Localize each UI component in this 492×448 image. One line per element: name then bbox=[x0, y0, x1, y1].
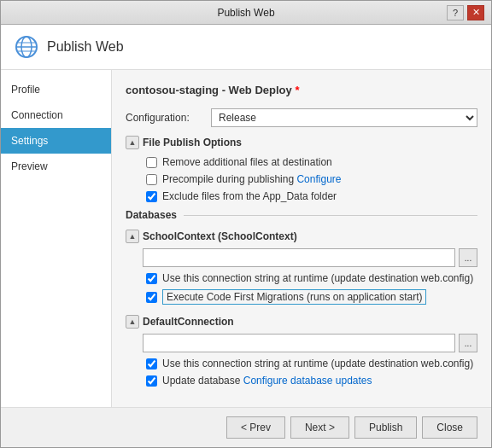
required-asterisk: * bbox=[295, 84, 299, 96]
exclude-app-data-label: Exclude files from the App_Data folder bbox=[162, 190, 337, 202]
update-database-row: Update database Configure database updat… bbox=[143, 375, 477, 387]
remove-additional-row: Remove additional files at destination bbox=[143, 156, 477, 168]
title-bar: Publish Web ? ✕ bbox=[1, 1, 491, 25]
prev-button[interactable]: < Prev bbox=[226, 416, 285, 439]
title-bar-controls: ? ✕ bbox=[447, 5, 484, 20]
config-select[interactable]: Release bbox=[211, 108, 477, 127]
code-first-migrations-row: Execute Code First Migrations (runs on a… bbox=[143, 289, 477, 305]
configuration-row: Configuration: Release bbox=[126, 108, 477, 127]
title-bar-text: Publish Web bbox=[45, 7, 447, 19]
dialog-body: Profile Connection Settings Preview cont… bbox=[1, 70, 491, 407]
default-connection-expand-btn[interactable]: ▲ bbox=[126, 315, 139, 329]
publish-button[interactable]: Publish bbox=[354, 416, 417, 439]
school-context-expand-btn[interactable]: ▲ bbox=[126, 230, 139, 243]
precompile-row: Precompile during publishing Configure bbox=[143, 173, 477, 185]
config-select-wrapper: Release bbox=[211, 108, 477, 127]
sidebar: Profile Connection Settings Preview bbox=[1, 70, 112, 407]
dialog-footer: < Prev Next > Publish Close bbox=[1, 407, 491, 447]
school-context-section: ▲ SchoolContext (SchoolContext) ... Use … bbox=[126, 230, 477, 305]
school-context-browse-btn[interactable]: ... bbox=[459, 248, 477, 267]
file-publish-label: File Publish Options bbox=[143, 137, 242, 148]
school-use-connection-row: Use this connection string at runtime (u… bbox=[143, 272, 477, 284]
file-publish-expand-btn[interactable]: ▲ bbox=[126, 136, 139, 149]
next-button[interactable]: Next > bbox=[290, 416, 349, 439]
page-title: contosou-staging - Web Deploy * bbox=[126, 84, 477, 96]
default-use-connection-checkbox[interactable] bbox=[146, 358, 157, 369]
default-use-connection-row: Use this connection string at runtime (u… bbox=[143, 358, 477, 369]
code-first-migrations-label: Execute Code First Migrations (runs on a… bbox=[162, 289, 426, 305]
main-content: contosou-staging - Web Deploy * Configur… bbox=[112, 70, 491, 407]
dialog-header-title: Publish Web bbox=[47, 39, 124, 55]
update-database-label: Update database Configure database updat… bbox=[162, 375, 372, 387]
school-context-input-row: ... bbox=[126, 248, 477, 267]
help-button[interactable]: ? bbox=[447, 5, 464, 20]
config-label: Configuration: bbox=[126, 112, 211, 124]
default-connection-input-row: ... bbox=[126, 334, 477, 352]
default-connection-label: DefaultConnection bbox=[143, 316, 234, 328]
precompile-label: Precompile during publishing Configure bbox=[162, 173, 341, 185]
default-connection-input[interactable] bbox=[143, 334, 455, 352]
configure-db-updates-link[interactable]: Configure database updates bbox=[243, 375, 372, 387]
sidebar-item-preview[interactable]: Preview bbox=[1, 154, 111, 179]
code-first-migrations-checkbox[interactable] bbox=[146, 292, 157, 303]
file-publish-options-body: Remove additional files at destination P… bbox=[126, 156, 477, 202]
school-use-connection-label: Use this connection string at runtime (u… bbox=[162, 272, 473, 284]
exclude-app-data-row: Exclude files from the App_Data folder bbox=[143, 190, 477, 202]
school-context-input[interactable] bbox=[143, 248, 455, 267]
configure-link[interactable]: Configure bbox=[296, 173, 341, 185]
publish-web-dialog: Publish Web ? ✕ Publish Web Profile Conn… bbox=[0, 0, 492, 448]
default-connection-browse-btn[interactable]: ... bbox=[459, 334, 477, 352]
databases-section: Databases ▲ SchoolContext (SchoolContext… bbox=[126, 209, 477, 387]
sidebar-item-profile[interactable]: Profile bbox=[1, 77, 111, 102]
remove-additional-checkbox[interactable] bbox=[146, 157, 157, 168]
dialog-header: Publish Web bbox=[1, 25, 491, 70]
school-use-connection-checkbox[interactable] bbox=[146, 273, 157, 284]
sidebar-item-connection[interactable]: Connection bbox=[1, 102, 111, 128]
default-connection-section: ▲ DefaultConnection ... Use this connect… bbox=[126, 315, 477, 387]
file-publish-options-header: ▲ File Publish Options bbox=[126, 136, 477, 149]
sidebar-item-settings[interactable]: Settings bbox=[1, 128, 111, 154]
update-database-checkbox[interactable] bbox=[146, 375, 157, 387]
dialog-close-button[interactable]: Close bbox=[422, 416, 477, 439]
precompile-checkbox[interactable] bbox=[146, 174, 157, 185]
school-context-header: ▲ SchoolContext (SchoolContext) bbox=[126, 230, 477, 243]
remove-additional-label: Remove additional files at destination bbox=[162, 156, 332, 168]
exclude-app-data-checkbox[interactable] bbox=[146, 191, 157, 202]
default-use-connection-label: Use this connection string at runtime (u… bbox=[162, 358, 473, 369]
databases-title: Databases bbox=[126, 209, 477, 221]
close-button[interactable]: ✕ bbox=[467, 5, 484, 20]
globe-icon bbox=[15, 35, 38, 59]
school-context-label: SchoolContext (SchoolContext) bbox=[143, 230, 297, 242]
default-connection-header: ▲ DefaultConnection bbox=[126, 315, 477, 329]
